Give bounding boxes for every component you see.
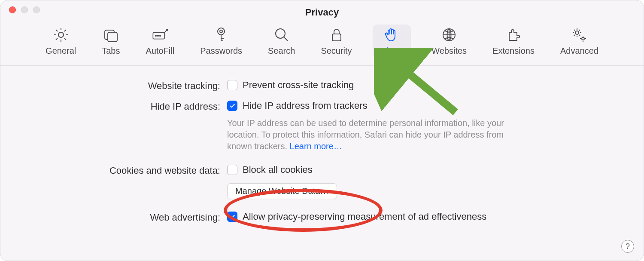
block-cookies-checkbox[interactable] [227,165,237,175]
learn-more-link[interactable]: Learn more… [290,141,342,151]
svg-rect-10 [332,34,341,41]
gear-icon [52,26,70,43]
cookies-label: Cookies and website data: [21,164,227,176]
svg-point-6 [160,35,161,36]
preferences-toolbar: General Tabs AutoFill Passwords Search S… [0,18,644,66]
traffic-lights [9,6,40,13]
tab-label: Security [321,46,352,56]
svg-point-4 [155,35,156,36]
svg-point-13 [582,37,584,40]
svg-point-8 [220,30,222,33]
tabs-icon [102,26,119,43]
tab-general[interactable]: General [40,25,81,58]
allow-ad-measurement-label: Allow privacy-preserving measurement of … [243,211,486,222]
hand-icon [383,26,400,43]
zoom-window-button[interactable] [33,6,40,13]
tab-websites[interactable]: Websites [426,25,472,58]
website-tracking-label: Website tracking: [21,80,227,92]
hide-ip-hint: Your IP address can be used to determine… [227,117,528,152]
tab-label: Privacy [378,46,406,56]
prevent-tracking-checkbox[interactable] [227,80,237,90]
hide-ip-checkbox-label: Hide IP address from trackers [243,100,368,111]
svg-rect-2 [108,32,117,42]
svg-point-7 [218,28,225,35]
tab-passwords[interactable]: Passwords [195,25,247,58]
search-icon [273,26,290,43]
website-tracking-row: Website tracking: Prevent cross-site tra… [21,80,623,92]
tab-label: Websites [431,46,467,56]
svg-point-9 [276,29,285,38]
globe-icon [440,26,458,43]
hide-ip-label: Hide IP address: [21,100,227,112]
tab-label: Extensions [492,46,535,56]
window-title: Privacy [0,1,644,18]
allow-ad-measurement-checkbox[interactable] [227,212,237,222]
autofill-icon [152,26,169,43]
tab-privacy[interactable]: Privacy [373,25,411,58]
privacy-content: Website tracking: Prevent cross-site tra… [0,66,644,232]
hide-ip-row: Hide IP address: Hide IP address from tr… [21,100,623,152]
tab-label: AutoFill [146,46,174,56]
tab-label: Tabs [102,46,120,56]
tab-security[interactable]: Security [316,25,357,58]
web-advertising-label: Web advertising: [21,211,227,223]
tab-tabs[interactable]: Tabs [97,25,125,58]
tab-label: Passwords [200,46,242,56]
tab-label: Search [268,46,295,56]
preferences-window: Privacy General Tabs AutoFill Passwords … [0,0,644,261]
close-window-button[interactable] [9,6,16,13]
svg-point-5 [158,35,158,36]
minimize-window-button[interactable] [21,6,28,13]
hide-ip-checkbox[interactable] [227,101,237,111]
tab-label: General [46,46,76,56]
puzzle-icon [505,26,522,43]
web-advertising-row: Web advertising: Allow privacy-preservin… [21,211,623,223]
block-cookies-label: Block all cookies [243,164,313,175]
help-button[interactable]: ? [621,240,634,253]
titlebar: Privacy [0,0,644,18]
tab-autofill[interactable]: AutoFill [140,25,179,58]
key-icon [213,26,230,43]
cookies-row: Cookies and website data: Block all cook… [21,164,623,199]
gears-icon [571,26,588,43]
manage-website-data-button[interactable]: Manage Website Data… [227,183,337,199]
tab-search[interactable]: Search [263,25,300,58]
tab-label: Advanced [560,46,598,56]
prevent-tracking-label: Prevent cross-site tracking [243,80,354,91]
svg-point-0 [58,32,64,37]
tab-advanced[interactable]: Advanced [555,25,604,58]
svg-point-12 [575,31,579,34]
tab-extensions[interactable]: Extensions [487,25,540,58]
lock-icon [328,26,345,43]
